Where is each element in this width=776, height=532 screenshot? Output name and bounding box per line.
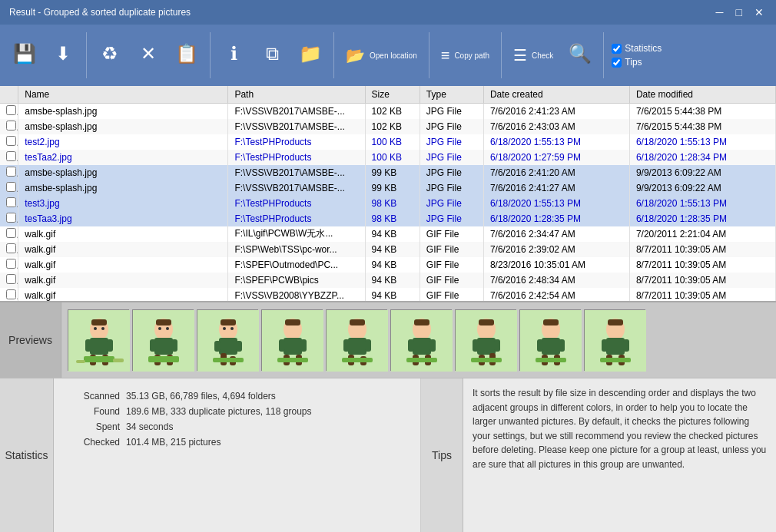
col-header-date-created[interactable]: Date created <box>483 86 629 104</box>
row-checkbox[interactable] <box>6 136 16 146</box>
check-button[interactable]: ☰ Check <box>506 29 560 81</box>
row-type: JPG File <box>420 150 483 165</box>
row-path: F:\TestPHProducts <box>228 196 365 211</box>
save-button[interactable]: 💾 <box>6 29 43 81</box>
table-row[interactable]: amsbe-splash.jpg F:\VSS\VB2017\AMSBE-...… <box>0 104 776 119</box>
search-button[interactable]: 🔍 <box>562 29 599 81</box>
row-size: 102 KB <box>365 104 420 119</box>
svg-rect-75 <box>559 339 565 352</box>
row-type: JPG File <box>420 104 483 119</box>
preview-thumb-9[interactable] <box>584 309 645 371</box>
row-checkbox[interactable] <box>6 197 16 207</box>
statistics-checkbox[interactable] <box>612 44 622 54</box>
copy-button[interactable]: 📋 <box>168 29 205 81</box>
row-type: JPG File <box>420 134 483 150</box>
svg-point-8 <box>94 327 97 330</box>
copy-path-button[interactable]: ≡ Copy path <box>434 29 496 81</box>
remove-button[interactable]: ✕ <box>130 29 167 81</box>
table-row[interactable]: walk.gif F:\SP\Web\TSS\pc-wor... 94 KB G… <box>0 242 776 257</box>
table-row[interactable]: tesTaa2.jpg F:\TestPHProducts 100 KB JPG… <box>0 150 776 165</box>
tips-checkbox-text: Tips <box>625 57 642 68</box>
row-size: 94 KB <box>365 273 420 288</box>
table-row[interactable]: amsbe-splash.jpg F:\VSS\VB2017\AMSBE-...… <box>0 119 776 134</box>
tips-section: Tips It sorts the result by file size in… <box>421 378 776 532</box>
row-checkbox[interactable] <box>6 274 16 284</box>
tips-checkbox-label[interactable]: Tips <box>612 57 642 68</box>
svg-rect-70 <box>471 358 502 362</box>
row-checkbox-cell <box>0 119 18 134</box>
row-date-modified: 9/9/2013 6:09:22 AM <box>629 180 775 196</box>
table-row[interactable]: walk.gif F:\SPEF\Outmoded\PC... 94 KB GI… <box>0 257 776 273</box>
row-checkbox[interactable] <box>6 105 16 115</box>
row-name: walk.gif <box>18 242 228 257</box>
row-path: F:\VSS\VB2008\YYBZZP... <box>228 288 365 302</box>
preview-thumb-1[interactable] <box>68 309 129 371</box>
svg-rect-15 <box>154 338 173 355</box>
svg-rect-7 <box>91 319 107 325</box>
folder-button[interactable]: 📁 <box>292 29 329 81</box>
col-header-size[interactable]: Size <box>365 86 420 104</box>
preview-img-9 <box>585 310 646 372</box>
compare-button[interactable]: ⧉ <box>254 29 290 81</box>
table-row[interactable]: walk.gif F:\VSS\VB2008\YYBZZP... 94 KB G… <box>0 288 776 302</box>
preview-thumb-3[interactable] <box>197 309 258 371</box>
table-row[interactable]: test2.jpg F:\TestPHProducts 100 KB JPG F… <box>0 134 776 150</box>
row-checkbox[interactable] <box>6 228 16 238</box>
recycle-button[interactable]: ♻ <box>91 29 128 81</box>
tips-checkbox[interactable] <box>612 58 622 68</box>
row-name: test2.jpg <box>18 134 228 150</box>
row-type: JPG File <box>420 119 483 134</box>
table-row[interactable]: amsbe-splash.jpg F:\VSS\VB2017\AMSBE-...… <box>0 180 776 196</box>
row-checkbox[interactable] <box>6 289 16 299</box>
row-checkbox[interactable] <box>6 121 16 131</box>
row-name: tesTaa3.jpg <box>18 211 228 226</box>
info-button[interactable]: ℹ <box>215 29 252 81</box>
toolbar: 💾 ⬇ ♻ ✕ 📋 ℹ ⧉ 📁 📂 Open location <box>0 25 776 86</box>
svg-point-9 <box>101 327 104 330</box>
row-checkbox[interactable] <box>6 151 16 161</box>
svg-rect-64 <box>477 338 496 355</box>
table-row[interactable]: walk.gif F:\IL\gif\PCWB\W无水... 94 KB GIF… <box>0 226 776 242</box>
row-size: 98 KB <box>365 196 420 211</box>
content-area: Name Path Size Type Date created Date mo… <box>0 86 776 532</box>
row-date-created: 7/6/2016 2:41:20 AM <box>483 165 629 180</box>
row-date-created: 8/23/2016 10:35:01 AM <box>483 257 629 273</box>
row-date-created: 6/18/2020 1:55:13 PM <box>483 134 629 150</box>
preview-thumb-7[interactable] <box>455 309 516 371</box>
row-checkbox[interactable] <box>6 182 16 192</box>
minimize-button[interactable]: ─ <box>713 6 727 18</box>
row-checkbox[interactable] <box>6 243 16 253</box>
svg-rect-10 <box>84 356 114 362</box>
copy-path-icon: ≡ <box>441 47 450 64</box>
toolbar-sep-1 <box>86 32 87 78</box>
title-bar: Result - Grouped & sorted duplicate pict… <box>0 0 776 25</box>
preview-thumb-4[interactable] <box>261 309 323 371</box>
row-checkbox[interactable] <box>6 213 16 223</box>
col-header-type[interactable]: Type <box>420 86 483 104</box>
preview-thumb-5[interactable] <box>326 309 387 371</box>
stats-row-spent: Spent 34 seconds <box>66 421 408 432</box>
table-row[interactable]: test3.jpg F:\TestPHProducts 98 KB JPG Fi… <box>0 196 776 211</box>
preview-thumb-2[interactable] <box>132 309 194 371</box>
file-table-container[interactable]: Name Path Size Type Date created Date mo… <box>0 86 776 301</box>
maximize-button[interactable]: □ <box>733 6 745 18</box>
col-header-name[interactable]: Name <box>18 86 228 104</box>
row-checkbox[interactable] <box>6 167 16 177</box>
download-button[interactable]: ⬇ <box>45 29 81 81</box>
table-row[interactable]: amsbe-splash.jpg F:\VSS\VB2017\AMSBE-...… <box>0 165 776 180</box>
table-row[interactable]: tesTaa3.jpg F:\TestPHProducts 98 KB JPG … <box>0 211 776 226</box>
col-header-date-modified[interactable]: Date modified <box>629 86 775 104</box>
row-size: 94 KB <box>365 226 420 242</box>
statistics-checkbox-label[interactable]: Statistics <box>612 43 662 54</box>
col-header-path[interactable]: Path <box>228 86 365 104</box>
toolbar-group-actions: ♻ ✕ 📋 <box>91 29 205 81</box>
table-row[interactable]: walk.gif F:\SPEF\PCWB\pics 94 KB GIF Fil… <box>0 273 776 288</box>
row-checkbox[interactable] <box>6 259 16 269</box>
preview-thumb-6[interactable] <box>390 309 452 371</box>
open-location-button[interactable]: 📂 Open location <box>339 29 424 81</box>
preview-thumb-8[interactable] <box>519 309 581 371</box>
preview-img-1 <box>68 310 130 372</box>
svg-point-32 <box>223 327 226 330</box>
close-button[interactable]: ✕ <box>751 6 767 18</box>
svg-rect-47 <box>365 339 371 352</box>
